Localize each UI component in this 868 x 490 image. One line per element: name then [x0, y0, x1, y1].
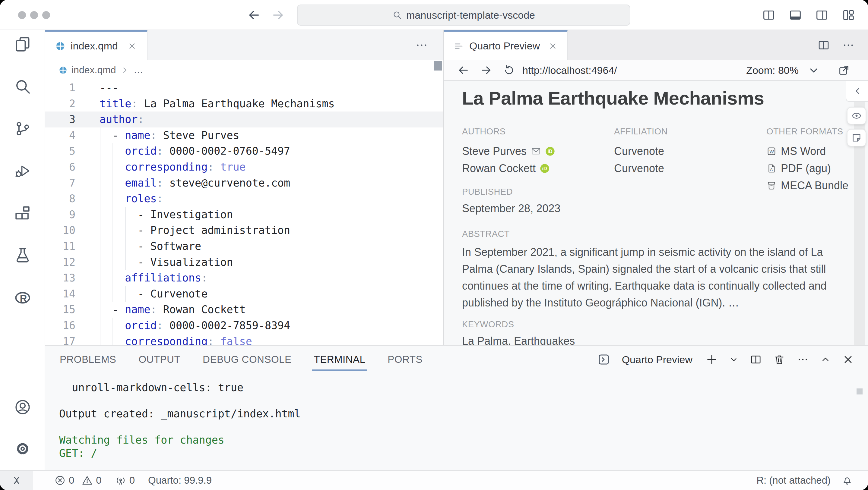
close-icon[interactable]: [128, 41, 136, 51]
line-number[interactable]: 6: [45, 159, 75, 175]
code-line[interactable]: 16 orcid: 0000-0002-7859-8394: [45, 318, 443, 334]
r-status[interactable]: R: (not attached): [756, 475, 831, 486]
code-editor[interactable]: 1---2title: La Palma Earthquake Mechanis…: [45, 80, 443, 345]
panel-tab-problems[interactable]: PROBLEMS: [59, 347, 117, 372]
code-line[interactable]: 12 - Visualization: [45, 254, 443, 270]
ports-status[interactable]: 0: [115, 475, 135, 486]
terminal-scrollbar[interactable]: [857, 388, 863, 394]
line-number[interactable]: 1: [45, 80, 75, 96]
quarto-version[interactable]: Quarto: 99.9.9: [148, 475, 212, 486]
maximize-panel-icon[interactable]: [820, 354, 831, 365]
code-line[interactable]: 14 - Curvenote: [45, 286, 443, 302]
activity-item-testing[interactable]: [0, 247, 45, 264]
split-editor-icon[interactable]: [817, 39, 830, 52]
chevron-down-icon[interactable]: [808, 64, 820, 76]
breadcrumb-file[interactable]: index.qmd: [71, 64, 116, 76]
more-actions-icon[interactable]: [842, 39, 855, 52]
more-actions-icon[interactable]: [415, 39, 428, 52]
kill-terminal-icon[interactable]: [773, 354, 785, 365]
code-line[interactable]: 7 email: steve@curvenote.com: [45, 175, 443, 191]
remote-indicator[interactable]: [0, 471, 33, 490]
history-forward-icon[interactable]: [272, 8, 285, 22]
code-line[interactable]: 5 orcid: 0000-0002-0760-5497: [45, 143, 443, 159]
editor-scrollbar-thumb[interactable]: [434, 61, 442, 70]
activity-item-extensions[interactable]: [0, 204, 45, 222]
code-line[interactable]: 15 - name: Rowan Cockett: [45, 302, 443, 318]
activity-item-accounts[interactable]: [0, 398, 45, 416]
activity-item-source-control[interactable]: [0, 120, 45, 137]
toggle-panel-layout-icon[interactable]: [786, 8, 804, 22]
format-link-pdf[interactable]: APDF (agu): [766, 160, 848, 177]
line-number[interactable]: 14: [45, 286, 75, 302]
breadcrumb[interactable]: index.qmd …: [45, 60, 443, 80]
activity-item-search[interactable]: [0, 78, 45, 95]
line-number[interactable]: 13: [45, 270, 75, 286]
breadcrumb-more[interactable]: …: [134, 64, 143, 76]
open-external-icon[interactable]: [838, 64, 850, 76]
code-line[interactable]: 13 affiliations:: [45, 270, 443, 286]
format-link-word[interactable]: WMS Word: [766, 142, 848, 160]
tab-index-qmd[interactable]: index.qmd: [45, 30, 148, 60]
close-icon[interactable]: [548, 41, 557, 51]
line-number[interactable]: 8: [45, 191, 75, 207]
split-editor-layout-icon[interactable]: [760, 8, 777, 22]
author-orcid-icon[interactable]: iD: [545, 146, 555, 156]
code-line[interactable]: 11 - Software: [45, 238, 443, 254]
toggle-secondary-sidebar-layout-icon[interactable]: [813, 8, 831, 22]
line-number[interactable]: 11: [45, 238, 75, 254]
code-line[interactable]: 1---: [45, 80, 443, 96]
more-actions-icon[interactable]: [797, 354, 809, 365]
activity-item-r-lang[interactable]: R: [0, 289, 45, 306]
collapse-panel-button[interactable]: [846, 81, 868, 102]
command-center-search[interactable]: manuscript-template-vscode: [297, 4, 630, 26]
problems-status[interactable]: 0 0: [54, 475, 102, 486]
preview-visibility-button[interactable]: [847, 107, 866, 125]
zoom-level[interactable]: Zoom: 80%: [746, 64, 799, 76]
line-number[interactable]: 5: [45, 143, 75, 159]
code-line[interactable]: 4 - name: Steve Purves: [45, 128, 443, 143]
new-terminal-icon[interactable]: [706, 354, 718, 365]
code-line[interactable]: 6 corresponding: true: [45, 159, 443, 175]
split-terminal-icon[interactable]: [750, 354, 762, 365]
panel-tab-ports[interactable]: PORTS: [387, 347, 423, 372]
minimize-window-button[interactable]: [30, 11, 38, 19]
activity-item-run-debug[interactable]: [0, 162, 45, 179]
terminal-dropdown-icon[interactable]: [729, 355, 738, 364]
line-number[interactable]: 12: [45, 254, 75, 270]
line-number[interactable]: 16: [45, 318, 75, 334]
line-number[interactable]: 4: [45, 128, 75, 143]
line-number[interactable]: 10: [45, 222, 75, 238]
code-line[interactable]: 3author:: [45, 111, 443, 128]
customize-layout-icon[interactable]: [840, 8, 857, 22]
author-orcid-icon[interactable]: iD: [540, 164, 550, 173]
code-line[interactable]: 9 - Investigation: [45, 207, 443, 223]
line-number[interactable]: 2: [45, 96, 75, 112]
preview-notes-button[interactable]: [847, 129, 866, 146]
bell-icon[interactable]: [841, 475, 853, 486]
preview-back-icon[interactable]: [457, 64, 469, 76]
code-line[interactable]: 10 - Project administration: [45, 222, 443, 238]
line-number[interactable]: 7: [45, 175, 75, 191]
panel-tab-terminal[interactable]: TERMINAL: [313, 347, 366, 372]
terminal-process-label[interactable]: Quarto Preview: [622, 354, 692, 365]
code-line[interactable]: 2title: La Palma Earthquake Mechanisms: [45, 96, 443, 112]
code-line[interactable]: 8 roles:: [45, 191, 443, 207]
activity-item-explorer[interactable]: [0, 36, 45, 53]
panel-tab-debug-console[interactable]: DEBUG CONSOLE: [202, 347, 292, 372]
line-number[interactable]: 9: [45, 207, 75, 223]
format-link-meca[interactable]: MECA Bundle: [766, 177, 848, 194]
close-window-button[interactable]: [18, 11, 26, 19]
close-panel-icon[interactable]: [842, 354, 854, 365]
preview-url[interactable]: http://localhost:4964/: [522, 64, 617, 76]
panel-tab-output[interactable]: OUTPUT: [138, 347, 181, 372]
tab-quarto-preview[interactable]: Quarto Preview: [444, 30, 568, 60]
author-email-icon[interactable]: [531, 146, 541, 156]
preview-forward-icon[interactable]: [480, 64, 492, 76]
line-number[interactable]: 3: [45, 111, 75, 128]
line-number[interactable]: 15: [45, 302, 75, 318]
activity-item-settings[interactable]: [0, 440, 45, 457]
history-back-icon[interactable]: [247, 8, 260, 22]
maximize-window-button[interactable]: [42, 11, 50, 19]
terminal-output[interactable]: unroll-markdown-cells: true Output creat…: [59, 381, 301, 460]
refresh-icon[interactable]: [503, 64, 515, 76]
